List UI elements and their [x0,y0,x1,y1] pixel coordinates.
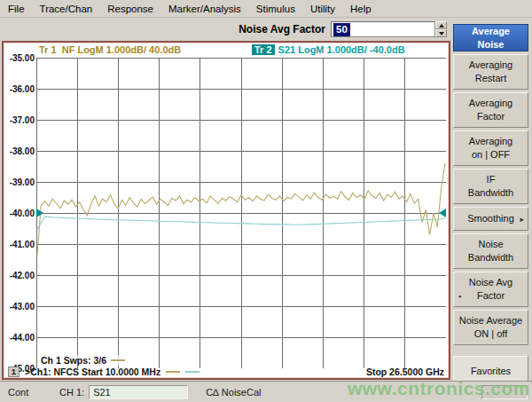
softkey-averaging-factor[interactable]: Averaging Factor [453,92,528,128]
menu-response[interactable]: Response [107,4,153,14]
softkey-average-noise[interactable]: Average Noise [453,24,528,51]
softkey-if-bandwidth[interactable]: IF Bandwidth [453,169,528,204]
y-axis-label: -41.00 [4,240,35,249]
sweep-progress-icon [111,359,125,361]
cal-status: C∆ NoiseCal [206,387,261,398]
stepper-down-button[interactable] [435,29,447,37]
stop-annotation: Stop 26.5000 GHz [366,367,444,377]
up-arrow-icon [439,24,444,28]
y-axis-label: -36.00 [4,84,35,94]
trace-status-row: Tr 1 NF LogM 1.000dB/ 40.0dB Tr 2S21 Log… [39,44,447,57]
y-axis-label: -39.00 [4,177,35,187]
trace1-label[interactable]: Tr 1 NF LogM 1.000dB/ 40.0dB [39,44,181,55]
submenu-arrow-icon: ▸ [520,213,524,224]
menu-marker-analysis[interactable]: Marker/Analysis [168,4,241,14]
channel-indicator: 1 [8,367,20,377]
softkey-averaging-restart[interactable]: Averaging Restart [453,54,528,90]
noise-avg-factor-label: Noise Avg Factor [239,23,325,35]
y-axis-label: -35.00 [4,53,35,63]
menu-trace-chan[interactable]: Trace/Chan [40,4,93,14]
menu-stimulus[interactable]: Stimulus [256,4,295,14]
y-axis-label: -43.00 [4,302,35,311]
sweep-mode-status: Cont [8,387,49,398]
trace2-color-key-icon [185,371,200,373]
menu-file[interactable]: File [8,4,25,14]
softkey-noise-average-on-off[interactable]: Noise Average ON | off [453,310,528,345]
softkey-smoothing[interactable]: Smoothing ▸ [453,207,528,231]
trace-plot [36,58,446,368]
down-arrow-icon [439,32,444,35]
trace1-color-key-icon [166,371,180,373]
graticule-area: Ch 1 Swps: 3/6 [36,58,446,368]
trace2-active-badge: Tr 2 [252,44,275,55]
status-bar-right-field [481,385,528,399]
channel-status-label: CH 1: [59,387,84,398]
softkey-averaging-on-off[interactable]: Averaging on | OFF [453,130,528,166]
measurement-display: Tr 1 NF LogM 1.000dB/ 40.0dB Tr 2S21 Log… [2,41,450,380]
menu-bar: File Trace/Chan Response Marker/Analysis… [0,0,532,18]
stepper-up-button[interactable] [435,21,447,29]
trace2-label[interactable]: Tr 2S21 LogM 1.000dB/ -40.0dB [252,44,405,55]
noise-avg-factor-value: 50 [333,23,350,36]
y-axis-label: -38.00 [4,146,35,156]
stimulus-annotation-row: 1 >Ch1: NFCS Start 10.0000 MHz Stop 26.5… [8,366,444,377]
noise-avg-factor-input[interactable]: 50 [331,21,435,37]
y-axis-label: -37.00 [4,115,35,125]
softkey-noise-avg-factor[interactable]: ▪ Noise Avg Factor [453,272,528,307]
start-annotation: >Ch1: NFCS Start 10.0000 MHz [25,367,160,377]
softkey-sidebar: Average Noise Averaging Restart Averagin… [451,23,530,381]
softkey-noise-bandwidth[interactable]: Noise Bandwidth [453,233,528,269]
toolbar: Noise Avg Factor 50 [0,18,450,41]
menu-utility[interactable]: Utility [310,4,335,14]
sweep-status: Ch 1 Swps: 3/6 [41,355,127,366]
bullet-icon: ▪ [458,291,461,302]
y-axis-label: -40.00 [4,209,35,218]
y-axis-label: -42.00 [4,271,35,280]
noise-avg-factor-stepper [435,21,447,37]
pna-analyzer-window: File Trace/Chan Response Marker/Analysis… [0,0,532,402]
y-axis-label: -44.00 [4,333,35,343]
status-bar: Cont CH 1: S21 C∆ NoiseCal [0,381,532,402]
menu-help[interactable]: Help [350,4,372,14]
measurement-status-field: S21 [89,385,188,399]
